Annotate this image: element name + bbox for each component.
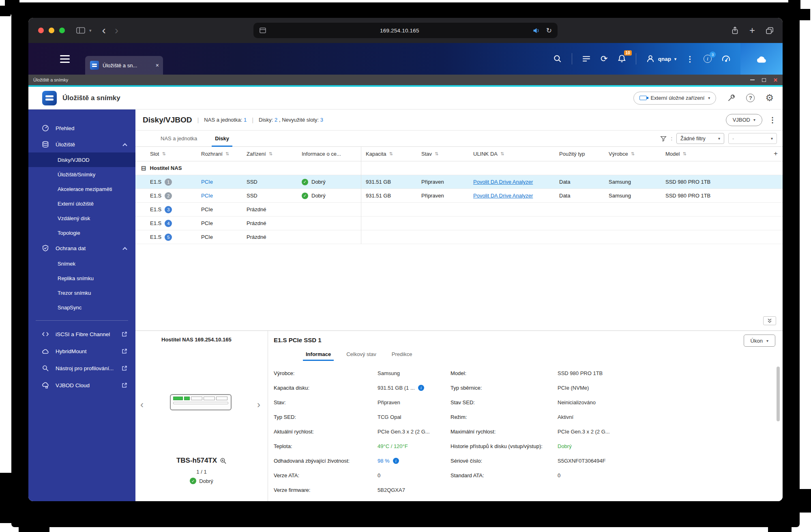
notifications-bell-icon[interactable]: 10	[618, 54, 626, 63]
sidebar-item-snapsync[interactable]: SnapSync	[28, 300, 135, 315]
chevron-up-icon[interactable]	[122, 143, 127, 148]
sort-icon[interactable]: ⇅	[269, 151, 272, 157]
table-row[interactable]: E1.S2 PCIe SSD ✓Dobrý 931.51 GB Připrave…	[135, 189, 783, 203]
table-row[interactable]: E1.S3 PCIe Prázdné	[135, 203, 783, 217]
chevron-down-icon[interactable]: ▾	[89, 28, 92, 33]
sidebar-item-prehled[interactable]: Přehled	[28, 120, 135, 136]
external-storage-dropdown[interactable]: Externí úložné zařízení ▾	[633, 92, 716, 105]
myqnapcloud-icon[interactable]	[740, 43, 783, 75]
sidebar-item-nastroj-profilovani[interactable]: Nástroj pro profilování...	[28, 360, 135, 377]
app-tab-storage-snapshots[interactable]: Úložiště a sn... ×	[85, 56, 163, 75]
collapse-panel-button[interactable]	[763, 316, 776, 325]
sidebar-item-uloziste-snimky[interactable]: Úložiště/Snímky	[28, 167, 135, 182]
col-rozhrani[interactable]: Rozhraní⇅	[196, 151, 242, 157]
col-stav[interactable]: Stav⇅	[416, 151, 468, 157]
ulink-da-link[interactable]: Povolit DA Drive Analyzer	[473, 193, 533, 199]
col-vyrobce[interactable]: Výrobce⇅	[604, 151, 661, 157]
sort-icon[interactable]: ⇅	[682, 151, 686, 157]
sort-icon[interactable]: ⇅	[162, 151, 165, 157]
utilities-icon[interactable]	[727, 94, 736, 103]
scrollbar-thumb[interactable]	[777, 367, 780, 421]
secondary-filter-dropdown[interactable]: -▾	[728, 133, 777, 144]
sort-icon[interactable]: ⇅	[435, 151, 438, 157]
tab-predikce[interactable]: Predikce	[384, 349, 420, 361]
page-settings-icon[interactable]	[259, 27, 266, 34]
sidebar-item-ochrana-dat[interactable]: Ochrana dat	[28, 240, 135, 256]
gear-icon[interactable]: ⚙	[765, 93, 774, 103]
close-window-button[interactable]	[38, 28, 44, 33]
scrollbar[interactable]	[777, 367, 780, 500]
chevron-up-icon[interactable]	[122, 247, 127, 251]
vjbod-button[interactable]: VJBOD▾	[726, 114, 762, 126]
sidebar-item-uloziste[interactable]: Úložiště	[28, 136, 135, 152]
resource-monitor-icon[interactable]	[721, 54, 731, 63]
app-window-titlebar[interactable]: Úložiště a snímky ✕	[28, 75, 783, 85]
col-informace[interactable]: Informace o ce...	[297, 151, 361, 157]
system-info-icon[interactable]: i 3	[704, 55, 712, 63]
sidebar-toggle-icon[interactable]	[76, 26, 85, 34]
minimize-window-button[interactable]	[49, 28, 54, 33]
sidebar-item-iscsi[interactable]: iSCSI a Fibre Channel	[28, 326, 135, 343]
app-close-icon[interactable]: ✕	[773, 77, 778, 83]
col-zarizeni[interactable]: Zařízení⇅	[242, 151, 297, 157]
nas-illustration[interactable]	[170, 394, 232, 410]
sidebar-item-trezor-snimku[interactable]: Trezor snímku	[28, 285, 135, 300]
zoom-in-icon[interactable]	[220, 457, 227, 464]
ulink-da-link[interactable]: Povolit DA Drive Analyzer	[473, 179, 533, 185]
col-slot[interactable]: Slot⇅	[135, 151, 196, 157]
col-ulink-da[interactable]: ULINK DA⇅	[468, 151, 554, 157]
interface-link[interactable]: PCIe	[201, 193, 213, 199]
action-button[interactable]: Úkon▾	[744, 335, 775, 347]
close-tab-icon[interactable]: ×	[156, 62, 159, 69]
sidebar-item-snimek[interactable]: Snímek	[28, 256, 135, 271]
tab-nas-a-jednotka[interactable]: NAS a jednotka	[152, 131, 206, 147]
sidebar-item-externi-uloziste[interactable]: Externí úložiště	[28, 196, 135, 211]
sort-icon[interactable]: ⇅	[500, 151, 504, 157]
sync-status-icon[interactable]: ⟳	[601, 54, 608, 64]
collapse-group-icon[interactable]: ⊟	[141, 165, 146, 171]
sidebar-item-topologie[interactable]: Topologie	[28, 225, 135, 240]
tab-informace[interactable]: Informace	[298, 349, 339, 361]
add-column-icon[interactable]: +	[774, 150, 778, 158]
more-options-icon[interactable]: ⋮	[686, 54, 694, 64]
help-icon[interactable]: ?	[746, 94, 755, 102]
interface-link[interactable]: PCIe	[201, 179, 213, 185]
sidebar-item-akcelerace[interactable]: Akcelerace mezipaměti	[28, 182, 135, 196]
table-row[interactable]: E1.S1 PCIe SSD ✓Dobrý 931.51 GB Připrave…	[135, 175, 783, 189]
forward-button[interactable]: ›	[115, 25, 118, 36]
sort-icon[interactable]: ⇅	[389, 151, 393, 157]
more-menu-icon[interactable]: ⋮	[769, 116, 776, 124]
sidebar-item-hybridmount[interactable]: HybridMount	[28, 343, 135, 360]
share-icon[interactable]	[731, 26, 739, 35]
table-row[interactable]: E1.S4 PCIe Prázdné	[135, 217, 783, 230]
user-menu[interactable]: qnap ▾	[646, 54, 676, 63]
reload-icon[interactable]: ↻	[546, 26, 552, 35]
app-maximize-icon[interactable]	[762, 78, 766, 82]
address-bar[interactable]: 169.254.10.165 ↻	[253, 23, 558, 38]
col-pouzity-typ[interactable]: Použitý typ	[554, 151, 604, 157]
group-row-hostitel-nas[interactable]: ⊟ Hostitel NAS	[135, 161, 783, 175]
filter-icon[interactable]	[660, 135, 667, 142]
background-tasks-icon[interactable]	[582, 55, 591, 63]
sidebar-item-vzdaleny-disk[interactable]: Vzdálený disk	[28, 211, 135, 225]
sort-icon[interactable]: ⇅	[225, 151, 229, 157]
sort-icon[interactable]: ⇅	[631, 151, 635, 157]
table-row[interactable]: E1.S5 PCIe Prázdné	[135, 230, 783, 244]
col-model[interactable]: Model⇅	[661, 151, 783, 157]
zoom-window-button[interactable]	[59, 28, 65, 33]
main-menu-icon[interactable]	[60, 55, 70, 63]
sidebar-item-disky-vjbod[interactable]: Disky/VJBOD	[28, 152, 135, 167]
tab-celkovy-stav[interactable]: Celkový stav	[339, 349, 384, 361]
info-icon[interactable]: i	[418, 385, 424, 391]
sidebar-item-replika-snimku[interactable]: Replika snímku	[28, 271, 135, 285]
filter-dropdown[interactable]: Žádné filtry▾	[676, 133, 724, 144]
search-icon[interactable]	[553, 54, 562, 63]
audio-icon[interactable]	[533, 28, 540, 34]
sidebar-item-vjbod-cloud[interactable]: VJBOD Cloud	[28, 377, 135, 394]
info-icon[interactable]: i	[393, 458, 399, 464]
new-tab-icon[interactable]: +	[749, 25, 755, 36]
tab-overview-icon[interactable]	[766, 27, 774, 34]
app-minimize-icon[interactable]	[750, 79, 755, 80]
col-kapacita[interactable]: Kapacita⇅	[361, 151, 416, 157]
tab-disky[interactable]: Disky	[206, 131, 238, 147]
